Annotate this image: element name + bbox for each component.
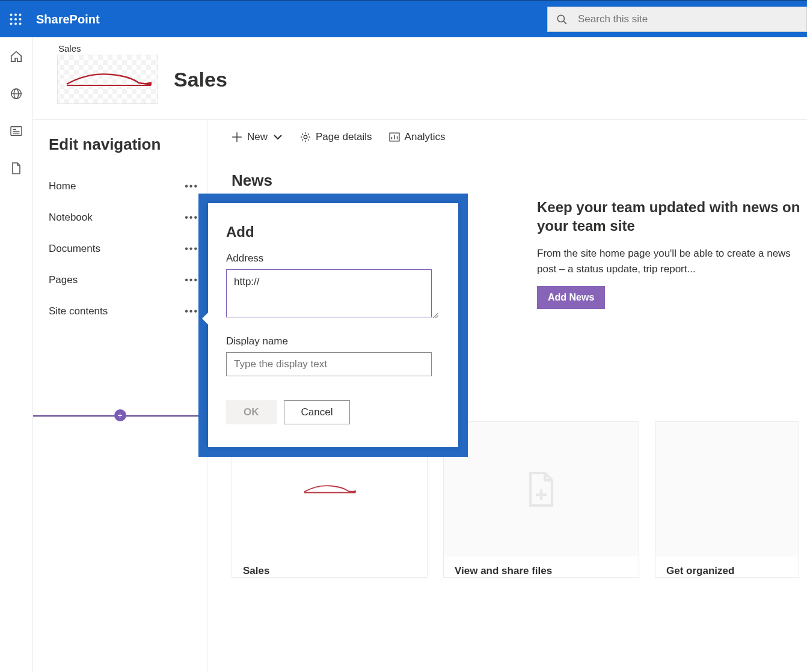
- more-icon[interactable]: •••: [185, 243, 198, 254]
- svg-point-20: [304, 135, 307, 139]
- plus-icon: [232, 132, 242, 142]
- card-title: Get organized: [655, 557, 799, 577]
- svg-point-4: [14, 18, 17, 20]
- site-logo[interactable]: [57, 55, 158, 104]
- analytics-button[interactable]: Analytics: [389, 131, 446, 143]
- cancel-button[interactable]: Cancel: [284, 400, 351, 424]
- command-bar: New Page details Analytics: [207, 120, 807, 154]
- add-link-dialog-highlight: Add Address Display name OK Cancel: [198, 194, 468, 457]
- chevron-down-icon: [272, 132, 283, 142]
- card-title: View and share files: [444, 557, 639, 577]
- breadcrumb[interactable]: Sales: [58, 43, 807, 53]
- search-box[interactable]: [547, 7, 807, 32]
- app-launcher-button[interactable]: [0, 1, 31, 38]
- more-icon[interactable]: •••: [185, 306, 198, 317]
- nav-item-label: Home: [49, 180, 76, 192]
- file-add-icon: [525, 469, 557, 509]
- suite-bar: SharePoint: [0, 0, 807, 37]
- news-heading: News: [232, 171, 807, 190]
- nav-item-label: Pages: [49, 274, 78, 286]
- svg-point-8: [19, 23, 22, 25]
- site-title: Sales: [174, 68, 227, 91]
- svg-rect-14: [11, 127, 22, 135]
- nav-item-documents[interactable]: Documents•••: [49, 233, 198, 264]
- home-icon: [10, 50, 23, 63]
- waffle-icon: [10, 13, 22, 25]
- news-promo-body: From the site home page you'll be able t…: [537, 246, 807, 276]
- more-icon[interactable]: •••: [185, 181, 198, 192]
- car-logo-icon: [302, 483, 357, 496]
- more-icon[interactable]: •••: [185, 212, 198, 223]
- page-details-button[interactable]: Page details: [300, 131, 372, 143]
- page-details-label: Page details: [316, 131, 372, 143]
- rail-globe-button[interactable]: [9, 87, 23, 101]
- svg-point-9: [557, 15, 564, 22]
- nav-item-site-contents[interactable]: Site contents•••: [49, 296, 198, 327]
- news-icon: [10, 126, 23, 136]
- ok-button[interactable]: OK: [226, 400, 277, 424]
- svg-point-6: [10, 23, 13, 25]
- svg-line-10: [563, 21, 566, 24]
- card-title: Sales: [232, 557, 427, 577]
- add-link-dialog: Add Address Display name OK Cancel: [208, 203, 458, 447]
- svg-point-5: [19, 18, 22, 20]
- more-icon[interactable]: •••: [185, 275, 198, 286]
- rail-news-button[interactable]: [9, 124, 23, 138]
- svg-point-0: [10, 14, 13, 16]
- app-rail: [0, 37, 33, 672]
- globe-icon: [10, 87, 23, 100]
- address-label: Address: [226, 252, 440, 264]
- dialog-title: Add: [226, 224, 440, 240]
- display-name-input[interactable]: [226, 352, 432, 376]
- address-input[interactable]: [226, 269, 432, 317]
- edit-navigation-panel: Edit navigation Home••• Notebook••• Docu…: [33, 120, 207, 672]
- search-icon: [556, 14, 567, 25]
- plus-icon[interactable]: +: [114, 409, 126, 421]
- analytics-icon: [389, 132, 400, 142]
- nav-panel-heading: Edit navigation: [49, 135, 198, 154]
- quick-link-card[interactable]: View and share files: [443, 421, 639, 578]
- add-news-button[interactable]: Add News: [537, 286, 605, 309]
- quick-link-card[interactable]: Get organized: [655, 421, 799, 578]
- new-label: New: [247, 131, 268, 143]
- nav-item-label: Notebook: [49, 212, 93, 224]
- card-thumbnail: [655, 422, 799, 557]
- site-header: Sales Sales: [33, 37, 807, 119]
- svg-point-7: [14, 23, 17, 25]
- nav-item-label: Site contents: [49, 305, 108, 317]
- card-thumbnail: [444, 422, 639, 557]
- new-button[interactable]: New: [232, 131, 283, 143]
- car-logo-icon: [64, 71, 153, 89]
- rail-home-button[interactable]: [9, 49, 23, 64]
- nav-item-label: Documents: [49, 243, 100, 255]
- news-promo: Keep your team updated with news on your…: [537, 198, 807, 309]
- file-icon: [11, 162, 22, 175]
- analytics-label: Analytics: [405, 131, 446, 143]
- svg-point-1: [14, 14, 17, 16]
- nav-insert-line[interactable]: +: [33, 415, 207, 417]
- app-title[interactable]: SharePoint: [36, 13, 100, 26]
- nav-item-notebook[interactable]: Notebook•••: [49, 202, 198, 233]
- search-input[interactable]: [578, 13, 798, 25]
- news-promo-title: Keep your team updated with news on your…: [537, 198, 807, 235]
- gear-icon: [300, 132, 311, 142]
- rail-files-button[interactable]: [9, 161, 23, 176]
- svg-point-2: [19, 14, 22, 16]
- display-name-label: Display name: [226, 335, 440, 347]
- nav-item-pages[interactable]: Pages•••: [49, 264, 198, 296]
- svg-point-3: [10, 18, 13, 20]
- nav-item-home[interactable]: Home•••: [49, 171, 198, 202]
